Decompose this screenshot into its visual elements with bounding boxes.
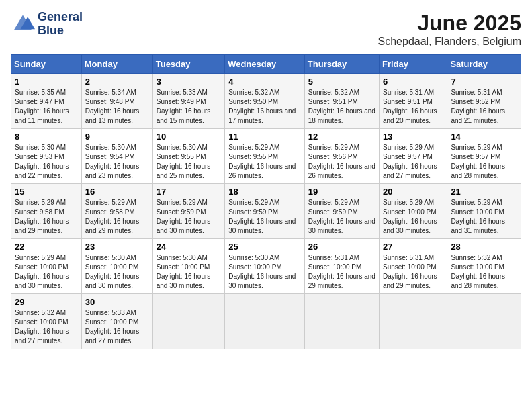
day-number: 10 — [157, 132, 221, 142]
calendar-cell — [304, 294, 379, 349]
header-friday: Friday — [379, 55, 447, 74]
day-number: 25 — [228, 242, 301, 252]
calendar-cell: 11 Sunrise: 5:29 AMSunset: 9:55 PMDaylig… — [225, 129, 305, 184]
day-info: Sunrise: 5:30 AMSunset: 10:00 PMDaylight… — [228, 253, 301, 291]
calendar-cell: 9 Sunrise: 5:30 AMSunset: 9:54 PMDayligh… — [81, 129, 152, 184]
calendar-cell: 5 Sunrise: 5:32 AMSunset: 9:51 PMDayligh… — [304, 74, 379, 129]
day-info: Sunrise: 5:35 AMSunset: 9:47 PMDaylight:… — [15, 88, 78, 126]
day-number: 21 — [451, 187, 517, 197]
calendar-cell: 13 Sunrise: 5:29 AMSunset: 9:57 PMDaylig… — [379, 129, 447, 184]
day-info: Sunrise: 5:32 AMSunset: 9:50 PMDaylight:… — [228, 88, 301, 126]
calendar-cell: 30 Sunrise: 5:33 AMSunset: 10:00 PMDayli… — [81, 294, 152, 349]
calendar-cell: 16 Sunrise: 5:29 AMSunset: 9:58 PMDaylig… — [81, 184, 152, 239]
day-number: 7 — [451, 77, 517, 87]
day-info: Sunrise: 5:32 AMSunset: 10:00 PMDaylight… — [451, 253, 517, 291]
day-number: 13 — [383, 132, 443, 142]
calendar-cell: 25 Sunrise: 5:30 AMSunset: 10:00 PMDayli… — [225, 239, 305, 294]
calendar-body: 1 Sunrise: 5:35 AMSunset: 9:47 PMDayligh… — [11, 74, 521, 349]
day-number: 29 — [15, 297, 78, 307]
day-info: Sunrise: 5:34 AMSunset: 9:48 PMDaylight:… — [85, 88, 149, 126]
day-info: Sunrise: 5:31 AMSunset: 9:51 PMDaylight:… — [383, 88, 443, 126]
day-number: 2 — [85, 77, 149, 87]
day-number: 23 — [85, 242, 149, 252]
calendar-cell: 12 Sunrise: 5:29 AMSunset: 9:56 PMDaylig… — [304, 129, 379, 184]
day-number: 14 — [451, 132, 517, 142]
calendar-table: Sunday Monday Tuesday Wednesday Thursday… — [11, 54, 521, 349]
calendar-cell: 4 Sunrise: 5:32 AMSunset: 9:50 PMDayligh… — [225, 74, 305, 129]
calendar-week-row: 8 Sunrise: 5:30 AMSunset: 9:53 PMDayligh… — [11, 129, 521, 184]
day-info: Sunrise: 5:30 AMSunset: 9:55 PMDaylight:… — [157, 143, 221, 181]
header-saturday: Saturday — [447, 55, 521, 74]
day-number: 24 — [157, 242, 221, 252]
calendar-cell: 17 Sunrise: 5:29 AMSunset: 9:59 PMDaylig… — [152, 184, 224, 239]
calendar-cell: 21 Sunrise: 5:29 AMSunset: 10:00 PMDayli… — [447, 184, 521, 239]
day-info: Sunrise: 5:33 AMSunset: 9:49 PMDaylight:… — [157, 88, 221, 126]
day-number: 15 — [15, 187, 78, 197]
header-wednesday: Wednesday — [225, 55, 305, 74]
day-number: 22 — [15, 242, 78, 252]
calendar-week-row: 29 Sunrise: 5:32 AMSunset: 10:00 PMDayli… — [11, 294, 521, 349]
day-info: Sunrise: 5:29 AMSunset: 10:00 PMDaylight… — [451, 198, 517, 236]
page-header: General Blue June 2025 Schepdaal, Flande… — [11, 11, 521, 48]
calendar-header: Sunday Monday Tuesday Wednesday Thursday… — [11, 55, 521, 74]
calendar-cell: 26 Sunrise: 5:31 AMSunset: 10:00 PMDayli… — [304, 239, 379, 294]
day-number: 5 — [308, 77, 375, 87]
calendar-cell: 27 Sunrise: 5:31 AMSunset: 10:00 PMDayli… — [379, 239, 447, 294]
location-title: Schepdaal, Flanders, Belgium — [378, 36, 521, 48]
day-info: Sunrise: 5:31 AMSunset: 9:52 PMDaylight:… — [451, 88, 517, 126]
day-number: 20 — [383, 187, 443, 197]
calendar-cell: 24 Sunrise: 5:30 AMSunset: 10:00 PMDayli… — [152, 239, 224, 294]
day-number: 16 — [85, 187, 149, 197]
calendar-cell: 28 Sunrise: 5:32 AMSunset: 10:00 PMDayli… — [447, 239, 521, 294]
day-number: 3 — [157, 77, 221, 87]
calendar-cell: 14 Sunrise: 5:29 AMSunset: 9:57 PMDaylig… — [447, 129, 521, 184]
day-number: 27 — [383, 242, 443, 252]
calendar-cell: 1 Sunrise: 5:35 AMSunset: 9:47 PMDayligh… — [11, 74, 82, 129]
calendar-cell: 18 Sunrise: 5:29 AMSunset: 9:59 PMDaylig… — [225, 184, 305, 239]
day-number: 9 — [85, 132, 149, 142]
calendar-cell: 23 Sunrise: 5:30 AMSunset: 10:00 PMDayli… — [81, 239, 152, 294]
day-info: Sunrise: 5:29 AMSunset: 10:00 PMDaylight… — [15, 253, 78, 291]
header-sunday: Sunday — [11, 55, 82, 74]
day-info: Sunrise: 5:33 AMSunset: 10:00 PMDaylight… — [85, 308, 149, 346]
logo: General Blue — [11, 11, 83, 38]
calendar-cell — [225, 294, 305, 349]
day-info: Sunrise: 5:31 AMSunset: 10:00 PMDaylight… — [383, 253, 443, 291]
day-info: Sunrise: 5:30 AMSunset: 9:54 PMDaylight:… — [85, 143, 149, 181]
day-info: Sunrise: 5:29 AMSunset: 9:56 PMDaylight:… — [308, 143, 375, 181]
day-number: 12 — [308, 132, 375, 142]
day-info: Sunrise: 5:29 AMSunset: 9:55 PMDaylight:… — [228, 143, 301, 181]
calendar-cell: 3 Sunrise: 5:33 AMSunset: 9:49 PMDayligh… — [152, 74, 224, 129]
day-info: Sunrise: 5:29 AMSunset: 9:58 PMDaylight:… — [85, 198, 149, 236]
day-info: Sunrise: 5:29 AMSunset: 9:59 PMDaylight:… — [157, 198, 221, 236]
calendar-cell: 20 Sunrise: 5:29 AMSunset: 10:00 PMDayli… — [379, 184, 447, 239]
day-number: 28 — [451, 242, 517, 252]
day-number: 30 — [85, 297, 149, 307]
day-info: Sunrise: 5:32 AMSunset: 9:51 PMDaylight:… — [308, 88, 375, 126]
calendar-cell: 19 Sunrise: 5:29 AMSunset: 9:59 PMDaylig… — [304, 184, 379, 239]
header-row: Sunday Monday Tuesday Wednesday Thursday… — [11, 55, 521, 74]
day-info: Sunrise: 5:30 AMSunset: 9:53 PMDaylight:… — [15, 143, 78, 181]
calendar-cell — [152, 294, 224, 349]
day-info: Sunrise: 5:30 AMSunset: 10:00 PMDaylight… — [157, 253, 221, 291]
calendar-cell: 8 Sunrise: 5:30 AMSunset: 9:53 PMDayligh… — [11, 129, 82, 184]
calendar-week-row: 1 Sunrise: 5:35 AMSunset: 9:47 PMDayligh… — [11, 74, 521, 129]
header-tuesday: Tuesday — [152, 55, 224, 74]
day-number: 26 — [308, 242, 375, 252]
calendar-cell: 6 Sunrise: 5:31 AMSunset: 9:51 PMDayligh… — [379, 74, 447, 129]
day-number: 4 — [228, 77, 301, 87]
day-number: 19 — [308, 187, 375, 197]
calendar-cell — [379, 294, 447, 349]
calendar-cell: 15 Sunrise: 5:29 AMSunset: 9:58 PMDaylig… — [11, 184, 82, 239]
calendar-cell: 2 Sunrise: 5:34 AMSunset: 9:48 PMDayligh… — [81, 74, 152, 129]
day-info: Sunrise: 5:29 AMSunset: 9:59 PMDaylight:… — [228, 198, 301, 236]
day-info: Sunrise: 5:29 AMSunset: 9:57 PMDaylight:… — [451, 143, 517, 181]
day-info: Sunrise: 5:29 AMSunset: 9:59 PMDaylight:… — [308, 198, 375, 236]
calendar-week-row: 15 Sunrise: 5:29 AMSunset: 9:58 PMDaylig… — [11, 184, 521, 239]
calendar-cell: 7 Sunrise: 5:31 AMSunset: 9:52 PMDayligh… — [447, 74, 521, 129]
logo-text: General Blue — [38, 11, 83, 38]
day-info: Sunrise: 5:29 AMSunset: 9:58 PMDaylight:… — [15, 198, 78, 236]
day-number: 11 — [228, 132, 301, 142]
day-number: 17 — [157, 187, 221, 197]
month-title: June 2025 — [378, 11, 521, 36]
